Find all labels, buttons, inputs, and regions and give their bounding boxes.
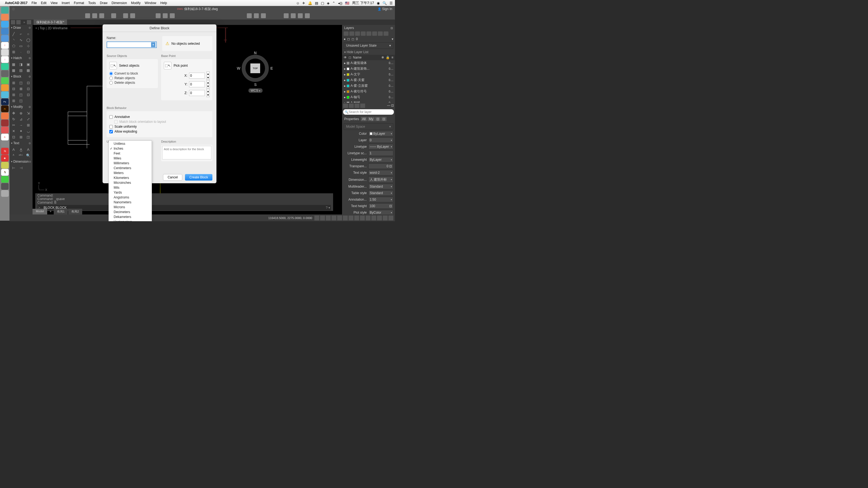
layer-state-dropdown[interactable]: Unsaved Layer State▾	[344, 42, 393, 49]
menu-edit[interactable]: Edit	[41, 1, 46, 5]
layer-current[interactable]: ●◻◻0▾	[342, 36, 395, 42]
tool-icon[interactable]: ᴬ	[10, 153, 17, 158]
tool-icon[interactable]	[284, 13, 289, 18]
layout-tab[interactable]: 布局2	[68, 209, 82, 215]
layer-tool-icon[interactable]	[367, 31, 371, 36]
status-icon[interactable]: ◉	[377, 1, 380, 5]
select-objects-button[interactable]: ⬚↖	[109, 62, 117, 69]
layer-row[interactable]: ●A-窗-天窗0....	[342, 77, 395, 83]
status-tool-icon[interactable]	[354, 216, 359, 220]
menu-help[interactable]: Help	[160, 1, 167, 5]
radio-delete[interactable]: Delete objects	[109, 81, 155, 85]
dock-chrome-icon[interactable]	[1, 14, 9, 21]
dock-app-icon[interactable]	[1, 112, 9, 119]
view-label[interactable]: + | Top | 2D Wireframe	[35, 26, 67, 30]
stepper-icon[interactable]: ▴▾	[207, 89, 210, 97]
block-insert-icon[interactable]: ⊞	[10, 80, 17, 86]
layer-tool-icon[interactable]	[343, 104, 348, 108]
prop-textstyle[interactable]: word-2▾	[368, 170, 393, 175]
layer-row[interactable]: ●A-轴线0....	[342, 100, 395, 103]
radio-convert[interactable]: Convert to block	[109, 72, 155, 75]
layer-tool-icon[interactable]	[344, 31, 348, 36]
chevron-down-icon[interactable]: ▼	[151, 42, 155, 47]
menu-icon[interactable]: ☰	[390, 1, 393, 5]
dock-app-icon[interactable]	[1, 49, 9, 56]
status-tool-icon[interactable]	[360, 216, 365, 220]
scale-icon[interactable]: ⤢	[25, 116, 31, 122]
prop-lineweight[interactable]: ByLayer▾	[368, 157, 393, 162]
dock-app-icon[interactable]	[1, 70, 9, 77]
model-tab[interactable]: Model	[33, 209, 47, 215]
tool-icon[interactable]: ⊠	[18, 86, 24, 91]
rect-icon[interactable]: ▭	[18, 43, 24, 48]
dock-mail-icon[interactable]	[1, 35, 9, 42]
status-icon[interactable]: ☺	[296, 1, 300, 5]
description-textarea[interactable]	[162, 146, 211, 159]
status-tool-icon[interactable]	[366, 216, 371, 220]
dock-app-icon[interactable]	[1, 127, 9, 133]
prop-mleader[interactable]: Standard▾	[368, 184, 393, 189]
polyline-icon[interactable]: ⌐	[18, 31, 24, 37]
prop-transparency[interactable]: 0⊡	[368, 163, 393, 169]
save-icon[interactable]	[99, 13, 104, 18]
unit-option[interactable]: Decimeters	[109, 209, 152, 215]
wifi-icon[interactable]: ⌃	[332, 1, 335, 5]
panel-section-hatch[interactable]: ▾Hatch⚙	[9, 55, 33, 61]
status-icon[interactable]: ✈	[302, 1, 305, 5]
notification-icon[interactable]: 🔔	[308, 1, 312, 5]
undo-icon[interactable]	[123, 13, 128, 18]
copy-icon[interactable]: ⊕	[18, 110, 24, 116]
unit-option[interactable]: Microinches	[109, 180, 152, 185]
arc-icon[interactable]: ◝	[10, 37, 17, 42]
radio-retain[interactable]: Retain objects	[109, 76, 155, 80]
dock-finder-icon[interactable]	[1, 7, 9, 13]
mirror-icon[interactable]: ⊿	[18, 116, 24, 122]
check-annotative[interactable]: Annotative	[109, 115, 210, 119]
text-icon[interactable]: A	[10, 147, 17, 152]
layer-tool-icon[interactable]	[355, 31, 360, 36]
tab-all[interactable]: All	[361, 117, 367, 121]
layer-tool-icon[interactable]	[378, 31, 383, 36]
move-icon[interactable]: ✥	[10, 110, 17, 116]
array-icon[interactable]: ⊞	[25, 122, 31, 128]
wcs-indicator[interactable]: WCS ▾	[248, 88, 262, 93]
dim-icon[interactable]: ⊢	[10, 165, 17, 170]
zoom-icon[interactable]	[247, 13, 252, 18]
layout-tab[interactable]: 布局1	[54, 209, 68, 215]
volume-icon[interactable]: ◂))	[338, 1, 342, 5]
status-tool-icon[interactable]	[383, 216, 388, 220]
layer-tool-icon[interactable]	[383, 31, 389, 36]
status-tool-icon[interactable]	[337, 216, 342, 220]
tool-icon[interactable]: ▦	[10, 67, 17, 73]
prop-textheight[interactable]: 100⊡	[368, 203, 393, 209]
tool-icon[interactable]: ⊡	[25, 80, 31, 86]
dock-app-icon[interactable]	[1, 84, 9, 91]
unit-option[interactable]: Inches	[109, 146, 152, 151]
layer-tool-icon[interactable]	[349, 104, 354, 108]
prop-ltscale[interactable]: 1	[368, 151, 393, 156]
panel-section-modify[interactable]: ▾Modify⚙	[9, 104, 33, 109]
block-define-icon[interactable]: ◫	[18, 80, 24, 86]
panel-section-draw[interactable]: ▾Draw⚙	[9, 25, 33, 30]
menu-window[interactable]: Window	[145, 1, 156, 5]
menu-file[interactable]: File	[31, 1, 37, 5]
check-allow-exploding[interactable]: Allow exploding	[109, 130, 210, 133]
unit-option[interactable]: Feet	[109, 151, 152, 156]
text-style-icon[interactable]: A	[25, 147, 31, 152]
layer-tool-icon[interactable]	[360, 104, 365, 108]
properties-panel-header[interactable]: Properties AllMy⊡⊡	[342, 115, 395, 123]
tool-icon[interactable]	[305, 13, 310, 18]
file-tab[interactable]: 保利城18-3-7-框架*	[34, 20, 67, 25]
dock-autocad-icon[interactable]: A	[1, 134, 9, 140]
unit-option[interactable]: Angstroms	[109, 195, 152, 200]
panel-section-block[interactable]: ▾Block⚙	[9, 74, 33, 79]
tool-icon[interactable]: ⊡	[25, 49, 31, 55]
menu-insert[interactable]: Insert	[62, 1, 70, 5]
view-cube[interactable]: TOP N E S W WCS ▾	[239, 52, 272, 85]
fillet-icon[interactable]: ◡	[25, 128, 31, 134]
wifi-icon[interactable]: ◈	[327, 1, 330, 5]
status-tool-icon[interactable]	[348, 216, 353, 220]
dock-numbers-icon[interactable]	[1, 77, 9, 84]
flag-icon[interactable]: 🇺🇸	[345, 1, 349, 5]
layer-tool-icon[interactable]	[349, 31, 354, 36]
